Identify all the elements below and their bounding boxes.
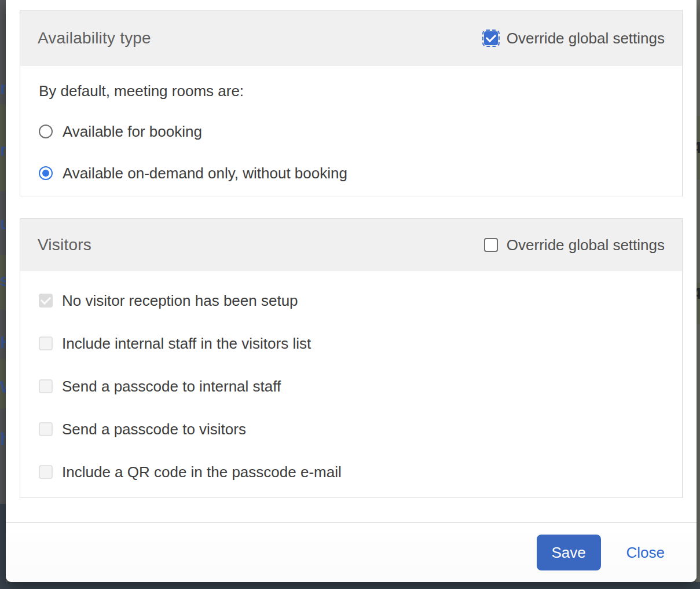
radio-label: Available for booking bbox=[63, 123, 202, 141]
background-text-fragment: H bbox=[0, 333, 6, 352]
radio-available-on-demand[interactable]: Available on-demand only, without bookin… bbox=[39, 164, 664, 182]
section-header: Visitors Override global settings bbox=[20, 219, 682, 271]
section-body: No visitor reception has been setup Incl… bbox=[20, 271, 682, 498]
radio-available-for-booking[interactable]: Available for booking bbox=[39, 122, 664, 141]
checkbox-label: No visitor reception has been setup bbox=[62, 292, 298, 310]
section-body: By default, meeting rooms are: Available… bbox=[20, 66, 682, 196]
disabled-checkbox-icon bbox=[39, 336, 53, 350]
checkbox-label: Send a passcode to internal staff bbox=[62, 378, 281, 396]
background-text-fragment: r bbox=[0, 141, 6, 159]
visitors-section: Visitors Override global settings No vis… bbox=[20, 218, 683, 498]
override-label: Override global settings bbox=[507, 30, 665, 47]
checkbox-label: Include internal staff in the visitors l… bbox=[62, 335, 311, 353]
radio-icon[interactable] bbox=[39, 125, 53, 138]
page-background-bottom bbox=[0, 582, 700, 589]
checkbox-label: Include a QR code in the passcode e-mail bbox=[62, 463, 342, 481]
checkbox-no-visitor-reception: No visitor reception has been setup bbox=[39, 292, 664, 309]
disabled-checkbox-icon bbox=[39, 465, 53, 479]
settings-modal: Availability type Override global settin… bbox=[6, 0, 697, 582]
checkbox-send-passcode-internal-staff: Send a passcode to internal staff bbox=[39, 378, 664, 395]
checked-checkbox-icon[interactable] bbox=[484, 31, 498, 45]
section-title: Visitors bbox=[38, 236, 91, 254]
radio-selected-icon[interactable] bbox=[39, 166, 53, 180]
background-text-fragment: W bbox=[0, 378, 6, 396]
override-global-settings-toggle[interactable]: Override global settings bbox=[484, 30, 665, 47]
availability-intro-text: By default, meeting rooms are: bbox=[39, 82, 664, 100]
disabled-checkbox-icon bbox=[39, 379, 53, 393]
checkbox-label: Send a passcode to visitors bbox=[62, 420, 246, 438]
background-text-fragment: si bbox=[0, 271, 6, 290]
section-header: Availability type Override global settin… bbox=[20, 10, 682, 66]
checkbox-icon[interactable] bbox=[484, 238, 498, 252]
background-text-fragment: u bbox=[0, 214, 6, 233]
background-block bbox=[0, 504, 6, 589]
close-button[interactable]: Close bbox=[626, 544, 665, 562]
background-page-left-edge: n r u si H W h bbox=[0, 0, 6, 589]
availability-type-section: Availability type Override global settin… bbox=[20, 10, 683, 196]
section-title: Availability type bbox=[38, 29, 151, 47]
override-global-settings-toggle[interactable]: Override global settings bbox=[484, 236, 665, 254]
save-button[interactable]: Save bbox=[537, 535, 601, 570]
checkbox-send-passcode-visitors: Send a passcode to visitors bbox=[39, 420, 664, 438]
radio-label: Available on-demand only, without bookin… bbox=[63, 164, 347, 182]
background-page-right-edge: 4 4 bbox=[696, 0, 700, 589]
disabled-checkbox-icon bbox=[39, 422, 53, 436]
background-text-fragment: n bbox=[0, 79, 6, 97]
checkbox-include-internal-staff: Include internal staff in the visitors l… bbox=[39, 335, 664, 352]
checkbox-include-qr-code: Include a QR code in the passcode e-mail bbox=[39, 463, 664, 481]
background-text-fragment: 4 bbox=[696, 139, 700, 156]
disabled-checked-checkbox-icon bbox=[39, 294, 53, 308]
background-text-fragment: 4 bbox=[696, 285, 700, 302]
modal-footer: Save Close bbox=[6, 522, 697, 582]
override-label: Override global settings bbox=[507, 236, 665, 254]
background-text-fragment: h bbox=[0, 430, 6, 448]
